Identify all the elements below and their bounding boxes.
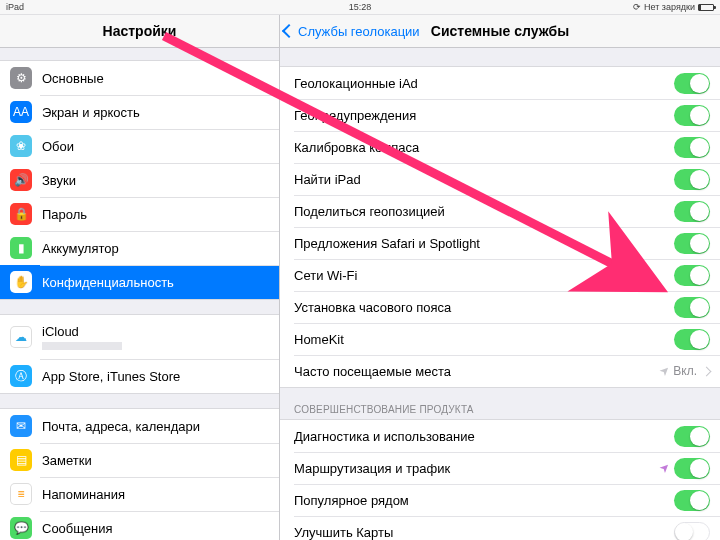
status-bar: iPad 15:28 ⟳ Нет зарядки xyxy=(0,0,720,15)
sidebar-item-icon: ⚙ xyxy=(10,67,32,89)
service-label: Улучшить Карты xyxy=(294,525,674,540)
service-row: Калибровка компаса xyxy=(280,131,720,163)
toggle-switch[interactable] xyxy=(674,73,710,94)
toggle-switch[interactable] xyxy=(674,329,710,350)
nav-bar: Настройки Службы геолокации Системные сл… xyxy=(0,15,720,48)
sidebar-item-icon: ☁ xyxy=(10,326,32,348)
charging-label: Нет зарядки xyxy=(644,2,695,12)
toggle-switch[interactable] xyxy=(674,297,710,318)
sidebar-item[interactable]: ⒶApp Store, iTunes Store xyxy=(0,359,279,393)
sidebar-item[interactable]: ☁iCloud xyxy=(0,315,279,359)
service-row: Геопредупреждения xyxy=(280,99,720,131)
sidebar: ⚙ОсновныеAAЭкран и яркость❀Обои🔊Звуки🔒Па… xyxy=(0,48,280,540)
frequent-locations-row[interactable]: Часто посещаемые места➤Вкл. xyxy=(280,355,720,387)
detail-value: ➤Вкл. xyxy=(660,364,697,378)
service-label: Диагностика и использование xyxy=(294,429,674,444)
back-label: Службы геолокации xyxy=(298,24,420,39)
sync-icon: ⟳ xyxy=(633,2,641,12)
sidebar-item-icon: ✋ xyxy=(10,271,32,293)
sidebar-item-label: Заметки xyxy=(42,453,92,468)
sidebar-item-label: Сообщения xyxy=(42,521,113,536)
service-label: Найти iPad xyxy=(294,172,674,187)
sidebar-item[interactable]: 🔊Звуки xyxy=(0,163,279,197)
service-label: Популярное рядом xyxy=(294,493,674,508)
service-label: Геолокационные iAd xyxy=(294,76,674,91)
chevron-right-icon xyxy=(702,366,712,376)
sidebar-item[interactable]: ✋Конфиденциальность xyxy=(0,265,279,299)
toggle-switch[interactable] xyxy=(674,458,710,479)
location-arrow-icon: ➤ xyxy=(657,363,674,380)
sidebar-item[interactable]: ⚙Основные xyxy=(0,61,279,95)
settings-title: Настройки xyxy=(0,15,280,47)
service-row: Сети Wi-Fi xyxy=(280,259,720,291)
clock: 15:28 xyxy=(242,2,478,12)
sidebar-item[interactable]: 🔒Пароль xyxy=(0,197,279,231)
sidebar-item[interactable]: ❀Обои xyxy=(0,129,279,163)
sidebar-item-label: Почта, адреса, календари xyxy=(42,419,200,434)
service-row: Маршрутизация и трафик➤ xyxy=(280,452,720,484)
sidebar-item[interactable]: ≡Напоминания xyxy=(0,477,279,511)
sidebar-item-label: Основные xyxy=(42,71,104,86)
service-row: Популярное рядом xyxy=(280,484,720,516)
sidebar-item-icon: ▮ xyxy=(10,237,32,259)
toggle-switch[interactable] xyxy=(674,233,710,254)
service-label: Геопредупреждения xyxy=(294,108,674,123)
sidebar-item-label: App Store, iTunes Store xyxy=(42,369,180,384)
sidebar-item[interactable]: 💬Сообщения xyxy=(0,511,279,540)
service-row: Улучшить Карты xyxy=(280,516,720,540)
service-row: Поделиться геопозицией xyxy=(280,195,720,227)
chevron-left-icon xyxy=(282,24,296,38)
sidebar-item-label: Аккумулятор xyxy=(42,241,119,256)
detail-title: Системные службы xyxy=(431,23,569,39)
service-label: Калибровка компаса xyxy=(294,140,674,155)
sidebar-item-label: Экран и яркость xyxy=(42,105,140,120)
sidebar-item[interactable]: ✉Почта, адреса, календари xyxy=(0,409,279,443)
detail-pane: Геолокационные iAdГеопредупрежденияКалиб… xyxy=(280,48,720,540)
service-row: Геолокационные iAd xyxy=(280,67,720,99)
toggle-switch[interactable] xyxy=(674,105,710,126)
service-label: Поделиться геопозицией xyxy=(294,204,674,219)
service-label: Установка часового пояса xyxy=(294,300,674,315)
section-header-improvement: Совершенствование продукта xyxy=(280,388,720,419)
sidebar-item-icon: 🔊 xyxy=(10,169,32,191)
sidebar-item-label: Обои xyxy=(42,139,74,154)
sidebar-item-icon: ❀ xyxy=(10,135,32,157)
service-row: Найти iPad xyxy=(280,163,720,195)
toggle-switch[interactable] xyxy=(674,426,710,447)
sidebar-item[interactable]: AAЭкран и яркость xyxy=(0,95,279,129)
service-label: Часто посещаемые места xyxy=(294,364,660,379)
sidebar-item-label: Напоминания xyxy=(42,487,125,502)
sidebar-item[interactable]: ▮Аккумулятор xyxy=(0,231,279,265)
sidebar-item-icon: ▤ xyxy=(10,449,32,471)
sidebar-item-icon: ✉ xyxy=(10,415,32,437)
sidebar-item-label: Звуки xyxy=(42,173,76,188)
toggle-switch[interactable] xyxy=(674,490,710,511)
battery-icon xyxy=(698,4,714,11)
sidebar-item-icon: Ⓐ xyxy=(10,365,32,387)
service-row: Предложения Safari и Spotlight xyxy=(280,227,720,259)
sidebar-item-icon: 💬 xyxy=(10,517,32,539)
toggle-switch[interactable] xyxy=(674,522,710,541)
service-label: Предложения Safari и Spotlight xyxy=(294,236,674,251)
service-row: Диагностика и использование xyxy=(280,420,720,452)
sidebar-item[interactable]: ▤Заметки xyxy=(0,443,279,477)
service-label: Сети Wi-Fi xyxy=(294,268,674,283)
device-name: iPad xyxy=(6,2,242,12)
sidebar-item-label: Конфиденциальность xyxy=(42,275,174,290)
toggle-switch[interactable] xyxy=(674,201,710,222)
service-row: Установка часового пояса xyxy=(280,291,720,323)
sidebar-item-icon: 🔒 xyxy=(10,203,32,225)
sidebar-item-subtitle xyxy=(42,342,122,350)
sidebar-item-label: iCloud xyxy=(42,324,122,339)
toggle-switch[interactable] xyxy=(674,265,710,286)
service-row: HomeKit xyxy=(280,323,720,355)
status-right: ⟳ Нет зарядки xyxy=(478,2,714,12)
sidebar-item-label: Пароль xyxy=(42,207,87,222)
back-button[interactable]: Службы геолокации xyxy=(284,24,420,39)
toggle-switch[interactable] xyxy=(674,137,710,158)
sidebar-item-icon: ≡ xyxy=(10,483,32,505)
toggle-switch[interactable] xyxy=(674,169,710,190)
service-label: HomeKit xyxy=(294,332,674,347)
sidebar-item-icon: AA xyxy=(10,101,32,123)
service-label: Маршрутизация и трафик xyxy=(294,461,660,476)
